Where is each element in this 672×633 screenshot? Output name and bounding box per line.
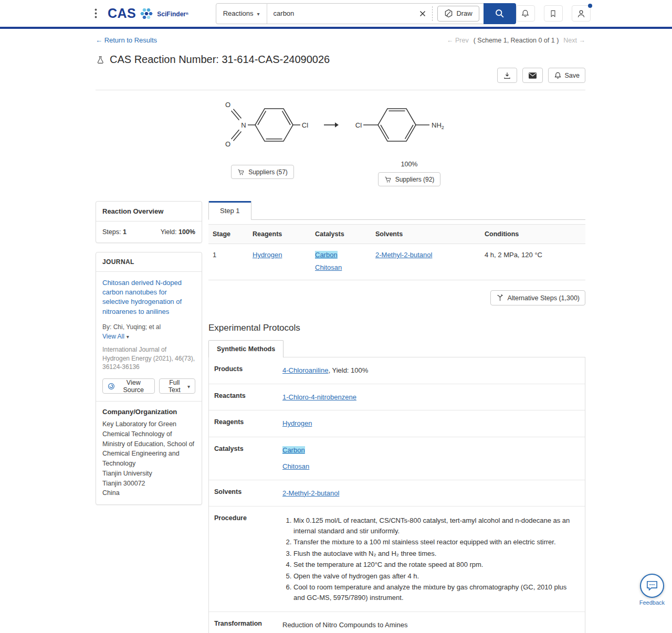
- reactant-structure-1-chloro-4-nitrobenzene[interactable]: N O O Cl: [210, 92, 315, 161]
- journal-byline: By: Chi, Yuqing; et al: [102, 323, 195, 331]
- return-to-results-link[interactable]: Return to Results: [96, 36, 157, 44]
- page-title: CAS Reaction Number: 31-614-CAS-24090026: [110, 54, 330, 66]
- bookmark-icon: [549, 9, 557, 18]
- column-header-reagents: Reagents: [248, 225, 311, 244]
- journal-article-link[interactable]: Chitosan derived N-doped carbon nanotube…: [102, 278, 195, 316]
- sub-navigation: Return to Results Prev ( Scheme 1, React…: [96, 36, 585, 44]
- reaction-actions: Save: [96, 68, 585, 83]
- alternative-steps-button[interactable]: Alternative Steps (1,300): [490, 290, 585, 305]
- step-tabbar: Step 1: [208, 201, 585, 220]
- solvent-link[interactable]: 2-Methyl-2-butanol: [282, 489, 339, 497]
- oxygen-top-atom-label: O: [225, 101, 230, 109]
- transformation-value: Reduction of Nitro Compounds to Amines: [277, 612, 585, 633]
- journal-card-title: JOURNAL: [96, 252, 202, 272]
- email-button[interactable]: [522, 68, 543, 83]
- catalyst-link-carbon[interactable]: Carbon: [282, 446, 305, 454]
- yield-value: 100%: [178, 228, 195, 236]
- alternative-steps-label: Alternative Steps (1,300): [507, 294, 580, 302]
- search-bar: Reactions Draw: [216, 3, 516, 24]
- solvent-link[interactable]: 2-Methyl-2-butanol: [375, 251, 432, 259]
- synthetic-methods-table: Products 4-Chloroaniline, Yield: 100% Re…: [208, 357, 585, 633]
- header-icon-group: [516, 5, 591, 22]
- save-button-label: Save: [565, 72, 580, 79]
- organization-line: Tianjin 300072: [102, 479, 195, 489]
- procedure-step: Flush the autoclave with N₂ and H₂ three…: [293, 548, 580, 559]
- reaction-scheme: N O O Cl Suppliers (57): [96, 92, 585, 186]
- saved-items-button[interactable]: [544, 5, 563, 22]
- view-source-button[interactable]: View Source: [102, 378, 155, 394]
- procedure-steps: Mix 0.125 mol/L of reactant, CS/CNTs-800…: [282, 515, 580, 603]
- reactant-link[interactable]: 1-Chloro-4-nitrobenzene: [282, 393, 356, 401]
- product-suppliers-button[interactable]: Suppliers (92): [378, 172, 441, 186]
- save-button[interactable]: Save: [548, 68, 586, 83]
- scheme-info: ( Scheme 1, Reaction 0 of 1 ): [474, 37, 559, 44]
- reagent-link[interactable]: Hydrogen: [253, 251, 282, 259]
- product-block: Cl NH2 100% Suppliers (92): [348, 92, 471, 186]
- table-row: 1 Hydrogen Carbon Chitosan 2-Methyl-2-bu…: [208, 244, 585, 280]
- cas-scifinder-logo[interactable]: CAS SciFinderⁿ: [108, 6, 188, 21]
- catalyst-link-chitosan[interactable]: Chitosan: [282, 461, 309, 472]
- products-row: Products 4-Chloroaniline, Yield: 100%: [209, 357, 585, 384]
- download-button[interactable]: [497, 68, 517, 83]
- column-header-catalysts: Catalysts: [311, 225, 371, 244]
- cart-icon: [237, 168, 245, 176]
- feedback-button[interactable]: Feedback: [639, 574, 665, 606]
- account-notification-dot: [588, 4, 592, 8]
- search-icon: [495, 8, 505, 18]
- tab-synthetic-methods[interactable]: Synthetic Methods: [208, 340, 284, 357]
- experimental-protocols-heading: Experimental Protocols: [208, 323, 585, 333]
- prev-button[interactable]: Prev: [447, 37, 469, 44]
- chevron-down-icon: [127, 333, 129, 340]
- reactant-suppliers-button[interactable]: Suppliers (57): [231, 165, 294, 179]
- catalyst-link-carbon[interactable]: Carbon: [315, 251, 338, 259]
- flask-icon: [96, 54, 104, 66]
- reactant-block: N O O Cl Suppliers (57): [210, 92, 315, 179]
- reaction-arrow: [323, 121, 339, 129]
- column-header-solvents: Solvents: [371, 225, 480, 244]
- search-category-dropdown[interactable]: Reactions: [216, 4, 267, 24]
- amine-group-label: NH2: [432, 121, 444, 130]
- kebab-menu-button[interactable]: [91, 6, 100, 20]
- catalysts-row: Catalysts Carbon Chitosan: [209, 437, 585, 480]
- product-suppliers-label: Suppliers (92): [395, 176, 435, 183]
- view-source-label: View Source: [118, 379, 150, 394]
- organization-line: Key Laboratory for Green Chemical Techno…: [102, 419, 195, 469]
- clear-search-button[interactable]: [416, 7, 429, 20]
- scifinder-wordmark: SciFinderⁿ: [157, 10, 188, 18]
- conditions-cell: 4 h, 2 MPa, 120 °C: [480, 244, 585, 280]
- product-structure-4-chloroaniline[interactable]: Cl NH2: [348, 92, 471, 161]
- search-button[interactable]: [484, 3, 516, 24]
- branch-icon: [496, 294, 504, 302]
- step-table: Stage Reagents Catalysts Solvents Condit…: [208, 224, 585, 280]
- view-source-icon: [108, 382, 115, 391]
- cas-wordmark: CAS: [108, 6, 136, 21]
- reaction-overview-title: Reaction Overview: [96, 202, 202, 221]
- journal-card: JOURNAL Chitosan derived N-doped carbon …: [96, 252, 202, 505]
- app-header: CAS SciFinderⁿ Reactions: [0, 0, 672, 29]
- reagent-link[interactable]: Hydrogen: [282, 419, 312, 427]
- draw-button[interactable]: Draw: [437, 6, 479, 22]
- save-bell-icon: [554, 71, 562, 80]
- cart-icon: [384, 176, 392, 183]
- reagents-row: Reagents Hydrogen: [209, 410, 585, 437]
- journal-citation: International Journal of Hydrogen Energy…: [102, 345, 195, 372]
- account-button[interactable]: [572, 5, 591, 22]
- feedback-label: Feedback: [639, 599, 665, 606]
- chlorine-atom-label: Cl: [355, 121, 362, 129]
- chat-bubble-icon: [646, 580, 658, 592]
- full-text-button[interactable]: Full Text: [159, 378, 195, 394]
- mail-icon: [528, 72, 537, 79]
- view-all-authors-link[interactable]: View All: [102, 333, 129, 340]
- cas-hexagon-logo-icon: [140, 7, 153, 20]
- notifications-button[interactable]: [516, 5, 535, 22]
- next-button[interactable]: Next: [563, 37, 585, 44]
- tab-step-1[interactable]: Step 1: [208, 201, 251, 220]
- scheme-pager: Prev ( Scheme 1, Reaction 0 of 1 ) Next: [447, 37, 585, 44]
- yield-value: 100%: [401, 161, 418, 168]
- product-link[interactable]: 4-Chloroaniline: [282, 366, 328, 374]
- catalyst-link-chitosan[interactable]: Chitosan: [315, 263, 342, 271]
- kebab-icon: [94, 8, 97, 18]
- procedure-step: Cool to room temperature and analyze the…: [293, 582, 580, 603]
- protocols-tabbar: Synthetic Methods: [208, 340, 585, 357]
- search-input[interactable]: [267, 9, 417, 17]
